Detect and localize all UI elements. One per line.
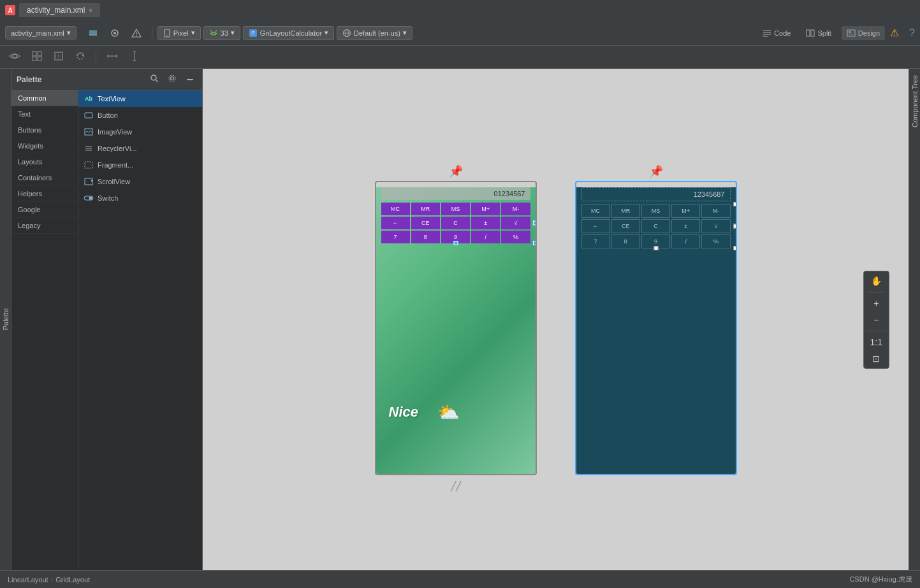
- code-view-btn[interactable]: Code: [757, 26, 796, 40]
- item-textview[interactable]: Ab TextView: [78, 90, 202, 107]
- item-switch[interactable]: Switch: [78, 190, 202, 206]
- calc-btn-dark-8[interactable]: 8: [611, 234, 640, 248]
- calc-btn-8[interactable]: 8: [411, 231, 440, 243]
- svg-rect-0: [89, 31, 97, 32]
- category-text-label: Text: [18, 110, 31, 118]
- visibility-btn[interactable]: [105, 25, 125, 41]
- breadcrumb-linearlayout[interactable]: LinearLayout: [8, 576, 48, 584]
- eye-toggle-btn[interactable]: [5, 49, 24, 65]
- breadcrumb-gridlayout[interactable]: GridLayout: [55, 576, 90, 584]
- file-dropdown[interactable]: activity_main.xml ▾: [5, 26, 77, 39]
- light-phone-mockup: 📌 01234567 MC MR MS M+ M-: [375, 164, 537, 475]
- svg-rect-26: [849, 31, 851, 33]
- calc-btn-dark-pct[interactable]: %: [701, 234, 730, 248]
- calc-btn-mminus[interactable]: M-: [501, 203, 530, 215]
- zoom-out-btn[interactable]: −: [866, 313, 886, 327]
- category-google[interactable]: Google: [11, 202, 78, 218]
- calc-btn-dark-mplus[interactable]: M+: [671, 204, 700, 218]
- calc-btn-dark-div[interactable]: /: [671, 234, 700, 248]
- calc-btn-dark-mc[interactable]: MC: [581, 204, 610, 218]
- calc-btn-ms[interactable]: MS: [441, 203, 470, 215]
- hand-tool-btn[interactable]: ✋: [866, 274, 886, 288]
- svg-rect-2: [89, 34, 97, 36]
- sel-handle-bm-dark[interactable]: [653, 246, 658, 250]
- design-view-btn[interactable]: Design: [842, 26, 885, 40]
- help-icon[interactable]: ?: [909, 27, 915, 39]
- close-tab-icon[interactable]: ×: [89, 7, 92, 14]
- calc-btn-dark-ce[interactable]: CE: [611, 219, 640, 233]
- sel-handle-tr-dark[interactable]: [733, 202, 737, 206]
- canvas-area: 📌 01234567 MC MR MS M+ M-: [203, 69, 909, 570]
- calc-btn-dark-sqrt[interactable]: √: [701, 219, 730, 233]
- zoom-fit-btn[interactable]: ⊡: [866, 352, 886, 366]
- pixel-dropdown[interactable]: Pixel ▾: [157, 26, 201, 40]
- sel-handle-rm-dark[interactable]: [733, 224, 737, 228]
- light-phone-canvas[interactable]: 01234567 MC MR MS M+ M- ← CE C: [376, 187, 536, 474]
- force-refresh-btn[interactable]: [71, 48, 89, 66]
- category-common[interactable]: Common: [11, 90, 78, 106]
- sel-handle-rm[interactable]: [533, 220, 537, 225]
- locale-dropdown[interactable]: Default (en-us) ▾: [337, 26, 413, 40]
- calc-btn-7[interactable]: 7: [381, 231, 410, 243]
- calc-btn-ce[interactable]: CE: [411, 217, 440, 229]
- calc-btn-dark-mr[interactable]: MR: [611, 204, 640, 218]
- calc-btn-dark-c[interactable]: C: [641, 219, 670, 233]
- category-layouts[interactable]: Layouts: [11, 154, 78, 170]
- item-fragment[interactable]: Fragment...: [78, 157, 202, 173]
- svg-line-44: [156, 80, 158, 82]
- calc-btn-dark-pm[interactable]: ±: [671, 219, 700, 233]
- calc-btn-sqrt[interactable]: √: [501, 217, 530, 229]
- item-button[interactable]: Button: [78, 107, 202, 124]
- horizontal-expand-btn[interactable]: [103, 48, 122, 66]
- item-scrollview[interactable]: ScrollView: [78, 173, 202, 190]
- file-tab[interactable]: activity_main.xml ×: [19, 3, 100, 17]
- palette-settings-btn[interactable]: [165, 73, 179, 86]
- palette-title: Palette: [17, 75, 143, 84]
- calc-btn-dark-mminus[interactable]: M-: [701, 204, 730, 218]
- blueprint-toggle-btn[interactable]: [50, 48, 68, 66]
- item-imageview[interactable]: ImageView: [78, 124, 202, 140]
- sel-handle-br-1[interactable]: [533, 241, 537, 245]
- category-widgets[interactable]: Widgets: [11, 138, 78, 154]
- calc-btn-dark-ms[interactable]: MS: [641, 204, 670, 218]
- list-icon: [84, 145, 93, 152]
- item-recyclerview[interactable]: RecyclerVi...: [78, 140, 202, 157]
- category-containers[interactable]: Containers: [11, 170, 78, 186]
- calc-btn-div[interactable]: /: [471, 231, 500, 243]
- palette-search-btn[interactable]: [147, 73, 161, 86]
- calc-buttons-light: MC MR MS M+ M- ← CE C ± √ 7 8 9: [381, 203, 530, 243]
- palette-collapse-btn[interactable]: [183, 73, 197, 86]
- phone-icon: [163, 29, 171, 38]
- dark-phone-screen[interactable]: 12345687 MC MR MS M+ M- ← CE C: [575, 181, 737, 475]
- category-legacy[interactable]: Legacy: [11, 218, 78, 234]
- zoom-ratio-btn[interactable]: 1:1: [866, 335, 886, 349]
- split-view-btn[interactable]: Split: [801, 26, 836, 40]
- category-text[interactable]: Text: [11, 106, 78, 122]
- category-buttons[interactable]: Buttons: [11, 122, 78, 138]
- sel-handle-br-dark[interactable]: [733, 246, 737, 250]
- error-btn[interactable]: [126, 25, 147, 41]
- calc-btn-c[interactable]: C: [441, 217, 470, 229]
- calc-btn-pm[interactable]: ±: [471, 217, 500, 229]
- calc-btn-dark-7[interactable]: 7: [581, 234, 610, 248]
- svg-point-57: [89, 197, 92, 200]
- svg-rect-23: [807, 30, 810, 36]
- toolbar-separator-1: [152, 27, 152, 39]
- app-dropdown[interactable]: G GriLayoutCalculator ▾: [243, 26, 334, 40]
- category-helpers[interactable]: Helpers: [11, 186, 78, 202]
- calc-btn-pct[interactable]: %: [501, 231, 530, 243]
- api-dropdown[interactable]: 33 ▾: [203, 26, 240, 40]
- layout-toggle-btn[interactable]: [83, 25, 103, 41]
- warning-icon[interactable]: ⚠: [890, 27, 899, 39]
- sel-handle-bm[interactable]: [453, 241, 458, 245]
- calc-btn-mc[interactable]: MC: [381, 203, 410, 215]
- calc-btn-mr[interactable]: MR: [411, 203, 440, 215]
- vertical-expand-btn[interactable]: [126, 48, 143, 66]
- grid-toggle-btn[interactable]: [28, 48, 46, 66]
- dark-phone-canvas[interactable]: 12345687 MC MR MS M+ M- ← CE C: [576, 187, 736, 474]
- light-phone-screen[interactable]: 01234567 MC MR MS M+ M- ← CE C: [375, 181, 537, 475]
- zoom-in-btn[interactable]: +: [866, 296, 886, 310]
- calc-btn-mplus[interactable]: M+: [471, 203, 500, 215]
- calc-btn-back[interactable]: ←: [381, 217, 410, 229]
- calc-btn-dark-back[interactable]: ←: [581, 219, 610, 233]
